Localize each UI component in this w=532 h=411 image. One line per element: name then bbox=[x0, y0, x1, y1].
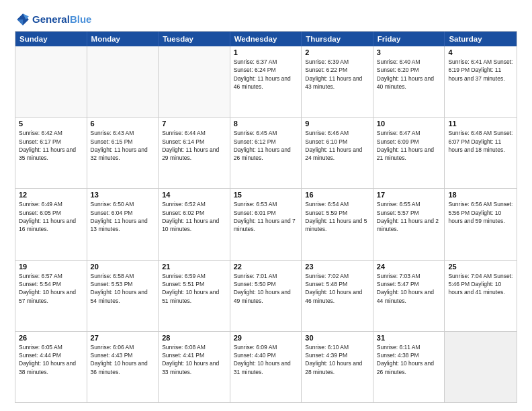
day-info: Sunrise: 6:37 AM Sunset: 6:24 PM Dayligh… bbox=[234, 58, 298, 91]
logo: GeneralBlue bbox=[15, 12, 91, 27]
day-number: 18 bbox=[448, 191, 513, 199]
calendar-cell-1-1: 6Sunrise: 6:43 AM Sunset: 6:15 PM Daylig… bbox=[87, 118, 159, 188]
day-number: 26 bbox=[19, 334, 83, 342]
day-number: 22 bbox=[234, 263, 298, 271]
day-info: Sunrise: 6:54 AM Sunset: 5:59 PM Dayligh… bbox=[305, 200, 369, 233]
day-info: Sunrise: 6:45 AM Sunset: 6:12 PM Dayligh… bbox=[234, 129, 298, 162]
day-number: 8 bbox=[234, 120, 298, 128]
page: GeneralBlue SundayMondayTuesdayWednesday… bbox=[0, 0, 532, 411]
day-number: 12 bbox=[19, 191, 83, 199]
calendar-cell-0-5: 3Sunrise: 6:40 AM Sunset: 6:20 PM Daylig… bbox=[373, 46, 445, 117]
day-info: Sunrise: 6:39 AM Sunset: 6:22 PM Dayligh… bbox=[305, 58, 369, 91]
calendar-row-1: 5Sunrise: 6:42 AM Sunset: 6:17 PM Daylig… bbox=[15, 117, 517, 188]
calendar-cell-0-6: 4Sunrise: 6:41 AM Sunset: 6:19 PM Daylig… bbox=[445, 46, 517, 117]
day-info: Sunrise: 6:49 AM Sunset: 6:05 PM Dayligh… bbox=[19, 200, 83, 233]
calendar-cell-4-6 bbox=[445, 332, 517, 402]
day-info: Sunrise: 7:03 AM Sunset: 5:47 PM Dayligh… bbox=[377, 272, 441, 305]
calendar-cell-2-2: 14Sunrise: 6:52 AM Sunset: 6:02 PM Dayli… bbox=[159, 189, 230, 259]
day-number: 29 bbox=[234, 334, 298, 342]
day-info: Sunrise: 6:06 AM Sunset: 4:43 PM Dayligh… bbox=[91, 343, 155, 376]
calendar-cell-2-3: 15Sunrise: 6:53 AM Sunset: 6:01 PM Dayli… bbox=[230, 189, 302, 259]
calendar-cell-4-5: 31Sunrise: 6:11 AM Sunset: 4:38 PM Dayli… bbox=[373, 332, 445, 402]
calendar-cell-3-2: 21Sunrise: 6:59 AM Sunset: 5:51 PM Dayli… bbox=[159, 261, 230, 331]
day-info: Sunrise: 6:47 AM Sunset: 6:09 PM Dayligh… bbox=[377, 129, 441, 162]
day-info: Sunrise: 7:04 AM Sunset: 5:46 PM Dayligh… bbox=[448, 272, 513, 297]
day-info: Sunrise: 6:10 AM Sunset: 4:39 PM Dayligh… bbox=[305, 343, 369, 376]
calendar-cell-2-0: 12Sunrise: 6:49 AM Sunset: 6:05 PM Dayli… bbox=[15, 189, 87, 259]
calendar-cell-1-6: 11Sunrise: 6:48 AM Sunset: 6:07 PM Dayli… bbox=[445, 118, 517, 188]
calendar-header: SundayMondayTuesdayWednesdayThursdayFrid… bbox=[15, 32, 517, 46]
calendar-cell-3-4: 23Sunrise: 7:02 AM Sunset: 5:48 PM Dayli… bbox=[302, 261, 373, 331]
calendar-cell-4-3: 29Sunrise: 6:09 AM Sunset: 4:40 PM Dayli… bbox=[230, 332, 302, 402]
day-info: Sunrise: 7:02 AM Sunset: 5:48 PM Dayligh… bbox=[305, 272, 369, 305]
day-info: Sunrise: 6:43 AM Sunset: 6:15 PM Dayligh… bbox=[91, 129, 155, 162]
day-info: Sunrise: 6:52 AM Sunset: 6:02 PM Dayligh… bbox=[162, 200, 226, 233]
day-number: 7 bbox=[162, 120, 226, 128]
day-info: Sunrise: 6:41 AM Sunset: 6:19 PM Dayligh… bbox=[448, 58, 513, 83]
calendar-row-2: 12Sunrise: 6:49 AM Sunset: 6:05 PM Dayli… bbox=[15, 188, 517, 259]
calendar-cell-0-1 bbox=[87, 46, 159, 117]
weekday-header-saturday: Saturday bbox=[445, 32, 517, 46]
calendar-cell-1-0: 5Sunrise: 6:42 AM Sunset: 6:17 PM Daylig… bbox=[15, 118, 87, 188]
day-number: 10 bbox=[377, 120, 441, 128]
calendar-cell-4-0: 26Sunrise: 6:05 AM Sunset: 4:44 PM Dayli… bbox=[15, 332, 87, 402]
weekday-header-monday: Monday bbox=[87, 32, 159, 46]
calendar-cell-3-1: 20Sunrise: 6:58 AM Sunset: 5:53 PM Dayli… bbox=[87, 261, 159, 331]
day-number: 21 bbox=[162, 263, 226, 271]
calendar-cell-4-2: 28Sunrise: 6:08 AM Sunset: 4:41 PM Dayli… bbox=[159, 332, 230, 402]
day-number: 17 bbox=[377, 191, 441, 199]
logo-icon bbox=[15, 12, 30, 27]
calendar-cell-2-4: 16Sunrise: 6:54 AM Sunset: 5:59 PM Dayli… bbox=[302, 189, 373, 259]
day-number: 24 bbox=[377, 263, 441, 271]
day-number: 5 bbox=[19, 120, 83, 128]
day-number: 13 bbox=[91, 191, 155, 199]
calendar-cell-1-4: 9Sunrise: 6:46 AM Sunset: 6:10 PM Daylig… bbox=[302, 118, 373, 188]
day-number: 11 bbox=[448, 120, 513, 128]
weekday-header-thursday: Thursday bbox=[302, 32, 373, 46]
day-number: 14 bbox=[162, 191, 226, 199]
day-number: 2 bbox=[305, 48, 369, 56]
calendar: SundayMondayTuesdayWednesdayThursdayFrid… bbox=[15, 31, 517, 403]
calendar-cell-0-2 bbox=[159, 46, 230, 117]
calendar-cell-1-2: 7Sunrise: 6:44 AM Sunset: 6:14 PM Daylig… bbox=[159, 118, 230, 188]
calendar-row-0: 1Sunrise: 6:37 AM Sunset: 6:24 PM Daylig… bbox=[15, 46, 517, 117]
day-info: Sunrise: 6:09 AM Sunset: 4:40 PM Dayligh… bbox=[234, 343, 298, 376]
day-number: 23 bbox=[305, 263, 369, 271]
day-info: Sunrise: 6:57 AM Sunset: 5:54 PM Dayligh… bbox=[19, 272, 83, 305]
calendar-cell-1-3: 8Sunrise: 6:45 AM Sunset: 6:12 PM Daylig… bbox=[230, 118, 302, 188]
weekday-header-wednesday: Wednesday bbox=[230, 32, 302, 46]
day-number: 28 bbox=[162, 334, 226, 342]
calendar-body: 1Sunrise: 6:37 AM Sunset: 6:24 PM Daylig… bbox=[15, 46, 517, 402]
weekday-header-tuesday: Tuesday bbox=[159, 32, 230, 46]
day-info: Sunrise: 6:42 AM Sunset: 6:17 PM Dayligh… bbox=[19, 129, 83, 162]
calendar-row-4: 26Sunrise: 6:05 AM Sunset: 4:44 PM Dayli… bbox=[15, 331, 517, 402]
day-info: Sunrise: 6:50 AM Sunset: 6:04 PM Dayligh… bbox=[91, 200, 155, 233]
calendar-cell-3-6: 25Sunrise: 7:04 AM Sunset: 5:46 PM Dayli… bbox=[445, 261, 517, 331]
calendar-cell-3-5: 24Sunrise: 7:03 AM Sunset: 5:47 PM Dayli… bbox=[373, 261, 445, 331]
day-info: Sunrise: 6:11 AM Sunset: 4:38 PM Dayligh… bbox=[377, 343, 441, 376]
svg-marker-2 bbox=[17, 19, 23, 26]
weekday-header-sunday: Sunday bbox=[15, 32, 87, 46]
weekday-header-friday: Friday bbox=[373, 32, 445, 46]
calendar-cell-0-0 bbox=[15, 46, 87, 117]
calendar-cell-4-4: 30Sunrise: 6:10 AM Sunset: 4:39 PM Dayli… bbox=[302, 332, 373, 402]
day-info: Sunrise: 6:59 AM Sunset: 5:51 PM Dayligh… bbox=[162, 272, 226, 305]
day-info: Sunrise: 6:05 AM Sunset: 4:44 PM Dayligh… bbox=[19, 343, 83, 376]
day-number: 31 bbox=[377, 334, 441, 342]
day-info: Sunrise: 6:53 AM Sunset: 6:01 PM Dayligh… bbox=[234, 200, 298, 233]
calendar-cell-0-3: 1Sunrise: 6:37 AM Sunset: 6:24 PM Daylig… bbox=[230, 46, 302, 117]
day-info: Sunrise: 6:44 AM Sunset: 6:14 PM Dayligh… bbox=[162, 129, 226, 162]
day-number: 9 bbox=[305, 120, 369, 128]
day-info: Sunrise: 6:58 AM Sunset: 5:53 PM Dayligh… bbox=[91, 272, 155, 305]
day-info: Sunrise: 6:46 AM Sunset: 6:10 PM Dayligh… bbox=[305, 129, 369, 162]
calendar-cell-3-3: 22Sunrise: 7:01 AM Sunset: 5:50 PM Dayli… bbox=[230, 261, 302, 331]
calendar-cell-0-4: 2Sunrise: 6:39 AM Sunset: 6:22 PM Daylig… bbox=[302, 46, 373, 117]
calendar-cell-2-1: 13Sunrise: 6:50 AM Sunset: 6:04 PM Dayli… bbox=[87, 189, 159, 259]
day-number: 6 bbox=[91, 120, 155, 128]
calendar-cell-2-6: 18Sunrise: 6:56 AM Sunset: 5:56 PM Dayli… bbox=[445, 189, 517, 259]
calendar-cell-1-5: 10Sunrise: 6:47 AM Sunset: 6:09 PM Dayli… bbox=[373, 118, 445, 188]
day-number: 16 bbox=[305, 191, 369, 199]
calendar-cell-3-0: 19Sunrise: 6:57 AM Sunset: 5:54 PM Dayli… bbox=[15, 261, 87, 331]
day-info: Sunrise: 6:40 AM Sunset: 6:20 PM Dayligh… bbox=[377, 58, 441, 91]
day-number: 19 bbox=[19, 263, 83, 271]
